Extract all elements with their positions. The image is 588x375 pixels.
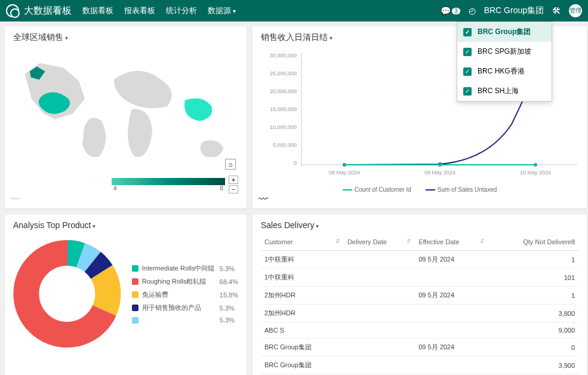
logo-icon [6, 4, 19, 17]
line-legend: Count of Customer Id Sum of Sales Untaxe… [261, 186, 578, 193]
msg-badge: 3 [452, 8, 460, 14]
legend-pct: 5.3% [220, 305, 235, 312]
table-row[interactable]: 1中联重科 09 5月 2024 1 [261, 251, 578, 269]
svg-point-5 [438, 163, 442, 167]
comment-icon: 💬 [441, 6, 451, 16]
company-option-label: BRC SPG新加坡 [478, 47, 531, 57]
company-option-1[interactable]: ✓ BRC SPG新加坡 [457, 42, 552, 62]
wrench-icon: 🛠 [552, 6, 561, 16]
legend-swatch-icon [132, 278, 138, 285]
world-map-svg [13, 47, 238, 172]
legend-min: 4 [113, 185, 117, 192]
messages-button[interactable]: 💬 3 [441, 6, 460, 16]
legend-pct: 5.3% [220, 265, 235, 272]
donut-legend-item[interactable]: Roughing Rolls粗轧辊 68.4% [132, 277, 238, 286]
company-option-3[interactable]: ✓ BRC SH上海 [457, 81, 552, 101]
nav-data-board[interactable]: 数据看板 [82, 5, 113, 16]
cell-delivery [344, 356, 415, 374]
clock-icon: ◴ [469, 6, 476, 16]
user-menu[interactable]: 管理 [569, 4, 582, 17]
cell-delivery [344, 305, 415, 322]
cell-qty: 101 [488, 269, 578, 287]
table-row[interactable]: BRC Group集团 09 5月 2024 0 [261, 339, 578, 356]
card-top-product: Analysis Top Product Intermediate Rolls中… [5, 214, 247, 375]
legend-swatch-icon [132, 305, 138, 311]
card-title-donut[interactable]: Analysis Top Product [13, 220, 238, 230]
company-option-label: BRC HKG香港 [478, 66, 525, 76]
donut-chart[interactable] [13, 237, 121, 351]
map-home-button[interactable]: ⌂ [225, 159, 236, 170]
checkbox-icon: ✓ [463, 87, 472, 96]
company-label: BRC Group集团 [484, 5, 544, 16]
x-tick: 09 May 2024 [424, 170, 455, 176]
y-tick: 15,000,000 [270, 106, 297, 112]
donut-legend-item[interactable]: 5.3% [132, 316, 238, 324]
cell-effective [415, 269, 488, 287]
table-row[interactable]: ABC S 9,000 [261, 322, 578, 339]
tools-button[interactable]: 🛠 [552, 6, 561, 16]
cell-delivery [344, 269, 415, 287]
col-qty[interactable]: Qty Not Delivered⇵ [488, 233, 578, 251]
donut-legend-item[interactable]: 用于销售预收的产品 5.3% [132, 303, 238, 312]
legend-label: 用于销售预收的产品 [142, 303, 220, 312]
y-tick: 0 [294, 160, 297, 166]
sort-icon: ⇵ [570, 238, 575, 244]
nav-report-board[interactable]: 报表看板 [124, 5, 155, 16]
wave-icon: 〰 [11, 194, 20, 205]
x-tick: 10 May 2024 [520, 170, 551, 176]
legend-pct: 5.3% [220, 316, 235, 324]
x-tick: 08 May 2024 [329, 170, 360, 176]
company-option-2[interactable]: ✓ BRC HKG香港 [457, 62, 552, 81]
nav-stats[interactable]: 统计分析 [166, 5, 197, 16]
col-effective-date[interactable]: Effective Date⇵ [415, 233, 488, 251]
cell-qty: 3,900 [488, 356, 578, 374]
legend-item-0[interactable]: Count of Customer Id [343, 186, 411, 193]
world-map[interactable]: ⌂ [13, 47, 238, 172]
y-tick: 20,000,000 [270, 88, 297, 94]
legend-label: Roughing Rolls粗轧辊 [142, 277, 220, 286]
table-row[interactable]: BRC Group集团 3,900 [261, 356, 578, 374]
legend-pct: 15.8% [220, 291, 238, 299]
clock-button[interactable]: ◴ [469, 6, 476, 16]
zoom-out-button[interactable]: − [229, 185, 238, 193]
table-row[interactable]: 2加州HDR 3,800 [261, 305, 578, 322]
card-title-map[interactable]: 全球区域销售 [13, 32, 238, 43]
svg-point-4 [343, 163, 346, 167]
col-delivery-date[interactable]: Delivery Date⇵ [344, 233, 415, 251]
cell-effective [415, 356, 488, 374]
topbar: 大数据看板 数据看板 报表看板 统计分析 数据源 💬 3 ◴ BRC Group… [0, 0, 588, 21]
donut-legend-item[interactable]: 免运输费 15.8% [132, 290, 238, 299]
cell-effective: 09 5月 2024 [415, 287, 488, 305]
legend-pct: 68.4% [220, 278, 238, 285]
nav-data-source[interactable]: 数据源 [208, 5, 236, 16]
delivery-table: Customer⇵ Delivery Date⇵ Effective Date⇵… [261, 233, 578, 375]
legend-swatch-icon [132, 317, 138, 324]
cell-qty: 0 [488, 339, 578, 356]
legend-label: Intermediate Rolls中间辊 [142, 264, 220, 273]
zoom-in-button[interactable]: + [229, 176, 238, 184]
cell-effective: 09 5月 2024 [415, 251, 488, 269]
table-row[interactable]: 2加州HDR 09 5月 2024 1 [261, 287, 578, 305]
cell-qty: 1 [488, 251, 578, 269]
company-switcher[interactable]: BRC Group集团 [484, 5, 544, 16]
legend-item-1[interactable]: Sum of Sales Untaxed [426, 186, 497, 193]
map-legend: 4 8 + − [13, 176, 238, 193]
col-customer[interactable]: Customer⇵ [261, 233, 344, 251]
card-title-table[interactable]: Sales Delivery [261, 220, 578, 230]
cell-effective [415, 305, 488, 322]
y-tick: 10,000,000 [270, 124, 297, 130]
cell-qty: 1 [488, 287, 578, 305]
table-row[interactable]: 1中联重科 101 [261, 269, 578, 287]
sort-icon: ⇵ [335, 238, 340, 244]
cell-customer: ABC S [261, 322, 344, 339]
donut-legend: Intermediate Rolls中间辊 5.3% Roughing Roll… [132, 260, 238, 328]
svg-point-6 [534, 163, 537, 167]
cell-delivery [344, 287, 415, 305]
y-tick: 25,000,000 [270, 70, 297, 76]
donut-legend-item[interactable]: Intermediate Rolls中间辊 5.3% [132, 264, 238, 273]
company-option-0[interactable]: ✓ BRC Group集团 [457, 22, 552, 42]
card-sales-delivery: Sales Delivery Customer⇵ Delivery Date⇵ … [253, 214, 587, 375]
card-global-sales-map: 全球区域销售 ⌂ 4 8 [5, 26, 247, 208]
checkbox-icon: ✓ [463, 28, 472, 36]
legend-swatch-icon [132, 265, 138, 272]
